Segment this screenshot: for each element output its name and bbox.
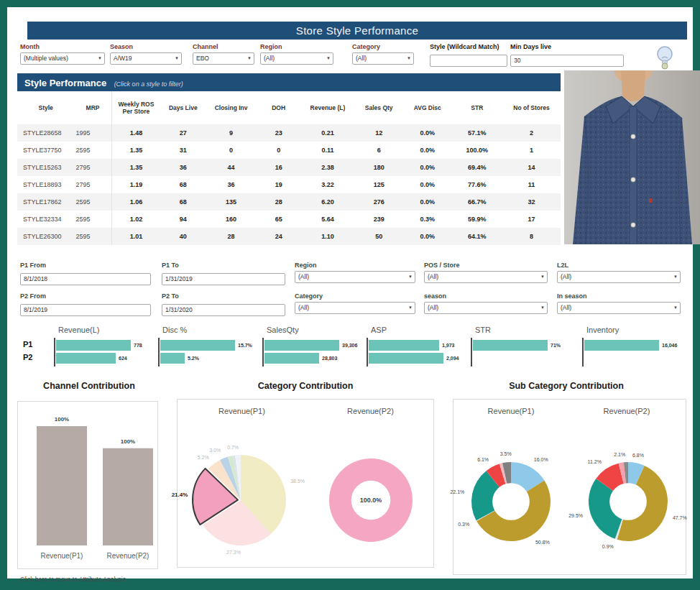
p2-bar-disc[interactable] [160, 353, 185, 364]
bar-revenue-p1[interactable] [37, 426, 87, 545]
slice-label: 38.5% [290, 479, 305, 484]
filter-min-days-live: Min Days live [510, 43, 624, 67]
filter-value: (All) [561, 304, 571, 311]
column-header[interactable]: AVG Disc [403, 91, 452, 124]
chart-title: Revenue(P1) [178, 407, 306, 415]
p1-value: 71% [551, 340, 561, 351]
filter-p2-from-input[interactable] [20, 304, 151, 316]
p1-bar-revenue-l[interactable] [56, 340, 131, 351]
filter-in-season-dropdown[interactable]: (All)▼ [557, 302, 681, 314]
table-cell: 100.0% [452, 142, 503, 159]
p2-bar-asp[interactable] [369, 353, 443, 364]
subcategory-p2-donut-chart[interactable]: Revenue(P2) 6.8%47.7%0.9%29.5%11.2%2.1% [569, 400, 684, 574]
filter-value: A/W19 [114, 55, 132, 62]
table-row[interactable]: STYLE2865819951.48279230.21120.0%57.1%2 [17, 124, 561, 142]
subcategory-contribution-card: Revenue(P1) 16.0%50.8%0.3%22.1%6.1%3.5% … [453, 399, 686, 575]
table-row[interactable]: STYLE1889327951.196836193.221250.0%77.6%… [17, 176, 561, 193]
filter-label: P1 To [162, 262, 285, 269]
dashboard-canvas: Store Style Performance Month(Multiple v… [0, 0, 700, 590]
table-cell: 16 [257, 159, 301, 176]
kpi-row-label-p2: P2 [23, 353, 32, 361]
table-cell: 0 [257, 142, 301, 159]
attribute-analysis-link[interactable]: Click here to move to Attribute Analysis [20, 576, 126, 583]
column-header[interactable]: STR [452, 91, 503, 124]
slice-label: 50.8% [535, 540, 550, 545]
p1-bar-asp[interactable] [369, 340, 439, 351]
filter-category-dropdown[interactable]: (All)▼ [352, 52, 414, 65]
table-cell: 64.1% [452, 228, 503, 245]
filter-region-dropdown[interactable]: (All)▼ [295, 271, 415, 283]
table-row[interactable]: STYLE3233425951.0294160655.642390.3%59.9… [17, 211, 561, 228]
category-p1-pie-chart[interactable]: Revenue(P1) 38.5%27.3%21.4%5.2%3.0%0.7% [178, 400, 306, 567]
column-header[interactable]: Sales Qty [354, 91, 403, 124]
p1-bar-disc[interactable] [160, 340, 235, 351]
filter-style-wildcard-match-input[interactable] [430, 55, 507, 67]
filter-label: Style (Wildcard Match) [430, 43, 507, 50]
filter-p1-to-input[interactable] [162, 273, 285, 285]
filter-value: (Multiple values) [24, 55, 68, 62]
table-cell: 125 [354, 176, 403, 193]
filter-p2-from: P2 From [20, 292, 151, 316]
table-row[interactable]: STYLE1786225951.0668135286.202760.0%66.7… [17, 193, 561, 211]
filter-p2-to-input[interactable] [162, 304, 285, 316]
filter-min-days-live-input[interactable] [510, 55, 624, 67]
filter-region-dropdown[interactable]: (All)▼ [260, 52, 333, 65]
dropdown-caret-icon: ▼ [673, 303, 678, 313]
table-cell: 160 [206, 211, 257, 228]
p2-bar-salesqty[interactable] [264, 353, 319, 364]
column-header[interactable]: No of Stores [502, 91, 561, 124]
table-cell: 11 [502, 176, 561, 193]
table-cell: 68 [160, 176, 206, 193]
table-row[interactable]: STYLE3775025951.3531000.1160.0%100.0%1 [17, 142, 561, 159]
column-header[interactable]: Style [17, 91, 74, 124]
filter-pos-store: POS / Store(All)▼ [424, 262, 548, 283]
table-row[interactable]: STYLE2630025951.014028241.10500.0%64.1%8 [17, 228, 561, 245]
filter-l2l-dropdown[interactable]: (All)▼ [557, 271, 681, 283]
column-header[interactable]: Days Live [160, 91, 206, 124]
channel-contribution-card: 100%Revenue(P1)100%Revenue(P2) [17, 401, 158, 569]
section-note: (Click on a style to filter) [114, 80, 183, 88]
table-cell: STYLE17862 [17, 193, 74, 211]
filter-value: (All) [561, 273, 571, 280]
subcategory-p1-donut-chart[interactable]: Revenue(P1) 16.0%50.8%0.3%22.1%6.1%3.5% [453, 400, 568, 574]
p2-bar-revenue-l[interactable] [56, 353, 116, 364]
slice-label: 16.0% [534, 457, 548, 462]
column-header[interactable]: Revenue (L) [300, 91, 354, 124]
filter-category-dropdown[interactable]: (All)▼ [295, 302, 415, 314]
filter-season-dropdown[interactable]: A/W19▼ [110, 52, 182, 65]
column-header[interactable]: Weekly ROS Per Store [111, 91, 160, 124]
kpi-title-disc: Disc % [162, 326, 187, 334]
filter-month-dropdown[interactable]: (Multiple values)▼ [20, 52, 105, 65]
table-cell: 2795 [74, 176, 111, 193]
column-header[interactable]: MRP [74, 91, 111, 124]
table-cell: 0.0% [403, 159, 452, 176]
column-header[interactable]: DOH [257, 91, 301, 124]
filter-channel-dropdown[interactable]: EBO▼ [193, 52, 254, 65]
table-body: STYLE2865819951.48279230.21120.0%57.1%2S… [17, 124, 561, 245]
category-p2-donut-chart[interactable]: Revenue(P2) 100.0% [306, 400, 435, 567]
table-row[interactable]: STYLE1526327951.353644162.381800.0%69.4%… [17, 159, 561, 176]
p1-bar-inventory[interactable] [584, 340, 659, 351]
subcategory-contribution-title: Sub Category Contribution [502, 381, 631, 391]
p1-bar-str[interactable] [473, 340, 548, 351]
filter-pos-store-dropdown[interactable]: (All)▼ [424, 271, 548, 283]
kpi-title-asp: ASP [371, 326, 387, 334]
table-cell: 68 [160, 193, 206, 211]
column-header[interactable]: Closing Inv [206, 91, 257, 124]
table-cell: STYLE28658 [17, 124, 74, 142]
channel-bar-chart[interactable]: 100%Revenue(P1)100%Revenue(P2) [18, 402, 157, 568]
filter-season: SeasonA/W19▼ [110, 43, 182, 65]
table-cell: 32 [502, 193, 561, 211]
bar-revenue-p2[interactable] [103, 448, 153, 545]
kpi-axis [471, 338, 472, 367]
filter-p1-from: P1 From [20, 262, 151, 285]
slice-label: 3.5% [500, 451, 512, 456]
filter-p1-from-input[interactable] [20, 273, 151, 285]
filter-value: (All) [298, 304, 309, 311]
table-cell: 12 [354, 124, 403, 142]
filter-label: Season [110, 43, 182, 50]
table-cell: 0.0% [403, 228, 452, 245]
filter-season-dropdown[interactable]: (All)▼ [424, 302, 548, 314]
p1-bar-salesqty[interactable] [264, 340, 339, 351]
insight-lightbulb-icon[interactable] [654, 45, 676, 72]
